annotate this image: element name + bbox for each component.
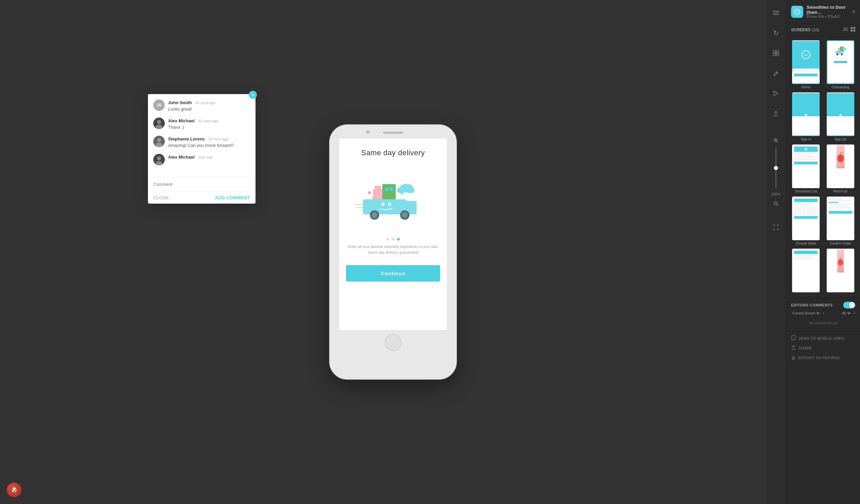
- screen-thumb-signin[interactable]: Sign In: [789, 91, 823, 143]
- phone-speaker: [383, 132, 403, 134]
- comment-input-area: [148, 177, 256, 192]
- close-button[interactable]: CLOSE: [153, 195, 169, 200]
- svg-rect-52: [850, 27, 852, 29]
- screen-thumb-extra1[interactable]: [789, 247, 823, 295]
- share-icon: [791, 345, 796, 351]
- editors-comments-header: EDITORS COMMENTS: [791, 302, 855, 309]
- comment-body-4: Alex Michael Just now: [168, 154, 213, 165]
- zoom-percent: 100%: [771, 192, 781, 196]
- svg-line-45: [777, 205, 778, 206]
- thumb-smoothies-label: Smoothies List: [795, 190, 817, 193]
- component-icon[interactable]: [770, 47, 782, 59]
- thumb-chooseitems-img: [792, 196, 820, 240]
- screen-thumb-redfruit[interactable]: Red Fruit: [824, 143, 858, 195]
- list-view-button[interactable]: [843, 27, 848, 33]
- comment-time-2: 40 mins ago: [198, 119, 218, 123]
- svg-point-10: [381, 203, 385, 206]
- screen-thumb-onboarding[interactable]: Onboarding: [824, 39, 858, 90]
- comment-input[interactable]: [153, 180, 250, 188]
- panel-title-block: Smoothies to Door (Sam... iPhone 6/6s • …: [806, 5, 849, 18]
- zoom-handle[interactable]: [774, 166, 778, 170]
- user-avatar[interactable]: 🐶: [7, 483, 22, 497]
- comment-bubble: JS John Smith 43 mins ago Looks great! A…: [148, 94, 256, 204]
- thumb-signin-img: [792, 92, 820, 136]
- app-icon: [791, 6, 803, 18]
- thumb-chooseitems-label: Choose Items: [796, 241, 816, 245]
- menu-icon[interactable]: [770, 7, 782, 19]
- thumb-extra2-img: [827, 249, 854, 292]
- zoom-out-icon[interactable]: [770, 197, 782, 210]
- svg-point-66: [838, 259, 843, 266]
- export-action[interactable]: EXPORT TO PDF/PNG: [791, 355, 855, 361]
- svg-point-61: [836, 54, 838, 56]
- screen-thumb-home[interactable]: Home: [789, 39, 823, 90]
- screen-thumb-signup[interactable]: Sign Up: [824, 91, 858, 143]
- svg-line-41: [777, 142, 778, 143]
- svg-rect-33: [773, 50, 776, 53]
- send-to-mobile-action[interactable]: SEND TO MOBILE (SMS): [791, 335, 855, 341]
- comment-time-4: Just now: [198, 155, 213, 159]
- editors-comments-toggle[interactable]: [843, 302, 855, 309]
- canvas-area: Same day delivery: [0, 0, 786, 504]
- screens-view-buttons: [843, 27, 855, 33]
- send-to-mobile-label: SEND TO MOBILE (SMS): [799, 336, 845, 340]
- avatar-stephanie-lorens: [153, 136, 165, 147]
- screen-thumb-smoothies[interactable]: Smoothies List: [789, 143, 823, 195]
- svg-point-25: [157, 138, 161, 142]
- zoom-slider[interactable]: [775, 148, 777, 188]
- comment-text-2: Thanx :): [168, 125, 218, 130]
- all-filter-select[interactable]: All: [841, 311, 851, 315]
- comment-name-3: Stephanie Lorens: [168, 136, 205, 142]
- preview-icon[interactable]: [770, 87, 782, 100]
- svg-rect-3: [385, 188, 388, 191]
- notification-badge[interactable]: 1: [249, 91, 257, 99]
- screen-content: Same day delivery: [339, 138, 447, 330]
- thumb-redfruit-img: [827, 145, 854, 188]
- avatar-alex-michael-2: [153, 154, 165, 165]
- share-action[interactable]: SHARE: [791, 345, 855, 351]
- thumb-extra1-img: [792, 249, 820, 292]
- upload-icon[interactable]: [770, 107, 782, 120]
- edit-icon[interactable]: [770, 67, 782, 79]
- user-avatar-inner: 🐶: [7, 483, 22, 497]
- svg-point-69: [793, 339, 794, 340]
- zoom-in-icon[interactable]: [770, 134, 782, 147]
- panel-header: Smoothies to Door (Sam... iPhone 6/6s • …: [786, 0, 860, 24]
- svg-rect-1: [374, 186, 381, 191]
- screen-filter-select[interactable]: Current Screen: [791, 311, 821, 315]
- filter-row: Current Screen ▾ All ▾: [791, 311, 855, 315]
- refresh-icon[interactable]: ↻: [770, 27, 782, 39]
- delivery-illustration: ✦ ✦: [353, 171, 433, 224]
- screen-thumb-confirmorder[interactable]: Confirm Order: [824, 195, 858, 247]
- thumb-signup-label: Sign Up: [834, 137, 847, 141]
- grid-view-button[interactable]: [850, 27, 855, 33]
- bottom-actions: SEND TO MOBILE (SMS) SHARE EXPORT TO PDF…: [786, 331, 860, 364]
- svg-rect-54: [850, 30, 852, 32]
- thumb-redfruit-label: Red Fruit: [833, 190, 847, 193]
- comment-list: JS John Smith 43 mins ago Looks great! A…: [148, 94, 256, 177]
- no-comments-text: No comments yet: [791, 318, 855, 328]
- screens-grid: Home: [786, 36, 860, 298]
- svg-rect-55: [853, 30, 855, 32]
- comment-body-3: Stephanie Lorens 32 mins ago Amazing! Ca…: [168, 136, 234, 148]
- add-comment-button[interactable]: ADD COMMENT: [215, 195, 250, 200]
- panel-menu-icon[interactable]: ≡: [852, 9, 855, 15]
- export-icon: [791, 355, 796, 361]
- panel-app-subtitle: iPhone 6/6s • 375x667: [806, 15, 849, 18]
- dot-3: [397, 238, 400, 240]
- screen-thumb-extra2[interactable]: [824, 247, 858, 295]
- export-label: EXPORT TO PDF/PNG: [799, 356, 840, 360]
- screen-description: Order all your favorite smoothie ingredi…: [339, 240, 447, 258]
- screen-title: Same day delivery: [339, 138, 447, 161]
- left-toolbar: ↻ 100%: [766, 0, 786, 504]
- dot-1: [386, 238, 389, 240]
- comment-text-1: Looks great!: [168, 106, 215, 112]
- fullscreen-icon[interactable]: [770, 221, 782, 233]
- screen-thumb-chooseitems[interactable]: Choose Items: [789, 195, 823, 247]
- phone-outer: Same day delivery: [329, 124, 457, 380]
- svg-rect-34: [776, 50, 779, 53]
- svg-rect-35: [773, 54, 776, 56]
- phone-home-button[interactable]: [385, 334, 401, 351]
- continue-button[interactable]: Continue: [346, 265, 440, 282]
- comment-body-2: Alex Michael 40 mins ago Thanx :): [168, 118, 218, 130]
